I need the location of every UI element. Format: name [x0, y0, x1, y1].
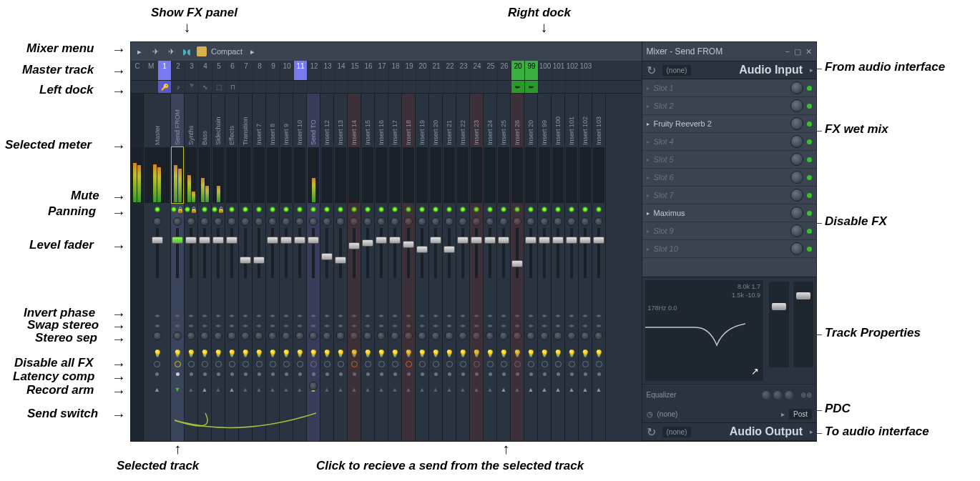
fx-slot[interactable]: ▸Slot 10	[642, 240, 816, 258]
fx-slot-arrow-icon[interactable]: ▸	[647, 192, 650, 199]
invert-phase[interactable]: ◂▸	[283, 312, 289, 319]
latency-comp[interactable]	[270, 361, 276, 367]
latency-comp[interactable]	[392, 361, 398, 367]
fx-disable-icon[interactable]: 💡	[227, 349, 236, 357]
send-switch[interactable]: ▲	[596, 386, 602, 393]
invert-phase[interactable]: ◂▸	[460, 312, 466, 319]
level-fader[interactable]	[375, 228, 388, 278]
mute-led[interactable]	[256, 207, 262, 212]
pan-knob[interactable]	[153, 217, 162, 226]
pan-knob[interactable]	[567, 217, 576, 226]
invert-phase[interactable]: ◂▸	[351, 312, 357, 319]
fx-enable-led[interactable]	[807, 247, 812, 252]
fx-disable-icon[interactable]: 💡	[282, 349, 290, 357]
stereo-sep-knob[interactable]	[554, 332, 562, 340]
stereo-sep-knob[interactable]	[255, 332, 263, 340]
mixer-track[interactable]: Insert 25◂▸◂▸💡▲	[497, 94, 511, 441]
invert-phase[interactable]: ◂▸	[501, 312, 506, 319]
track-type-icon[interactable]	[321, 81, 335, 93]
fx-disable-icon[interactable]: 💡	[295, 349, 304, 357]
latency-comp[interactable]	[569, 361, 575, 367]
level-fader[interactable]	[171, 228, 184, 278]
fx-slot[interactable]: ▸Slot 2	[642, 97, 816, 115]
mute-led[interactable]	[310, 207, 316, 212]
invert-phase[interactable]: ◂▸	[256, 312, 262, 319]
track-number[interactable]: 21	[430, 61, 444, 80]
level-fader[interactable]	[388, 228, 401, 278]
level-fader[interactable]	[443, 228, 456, 278]
pan-knob[interactable]	[309, 217, 318, 226]
stereo-sep-knob[interactable]	[391, 332, 399, 340]
track-number[interactable]: 1	[158, 61, 172, 80]
fx-disable-icon[interactable]: 💡	[567, 349, 576, 357]
level-fader[interactable]	[361, 228, 374, 278]
invert-phase[interactable]: ◂▸	[392, 312, 398, 319]
fx-disable-icon[interactable]: 💡	[187, 349, 195, 357]
level-fader[interactable]	[497, 228, 510, 278]
fx-wet-knob[interactable]	[790, 99, 803, 112]
level-fader[interactable]	[538, 228, 551, 278]
track-type-icon[interactable]	[444, 81, 457, 93]
mute-led[interactable]	[419, 207, 425, 212]
track-number[interactable]: 100	[539, 61, 552, 80]
mute-led[interactable]	[324, 207, 330, 212]
swap-stereo[interactable]: ◂▸	[202, 322, 207, 329]
send-switch[interactable]: ▲	[446, 386, 453, 393]
latency-comp[interactable]	[582, 361, 589, 367]
invert-phase[interactable]: ◂▸	[487, 312, 493, 319]
fx-slot[interactable]: ▸Fruity Reeverb 2	[642, 115, 816, 133]
level-fader[interactable]	[429, 228, 442, 278]
wave-icon[interactable]: ◗◖	[181, 46, 192, 57]
stereo-sep-knob[interactable]	[336, 332, 345, 340]
mute-led[interactable]	[365, 207, 371, 212]
audio-input-row[interactable]: ↻ (none) Audio Input ▸	[642, 61, 816, 79]
send-switch[interactable]: ▲	[501, 386, 507, 393]
latency-comp[interactable]	[542, 361, 548, 367]
pan-knob[interactable]	[472, 217, 481, 226]
stereo-sep-knob[interactable]	[459, 332, 467, 340]
fx-disable-icon[interactable]: 💡	[350, 349, 358, 357]
mixer-track[interactable]: Insert 13◂▸◂▸💡▲	[334, 94, 348, 441]
stereo-sep-knob[interactable]	[486, 332, 494, 340]
record-arm[interactable]	[461, 372, 465, 376]
pan-knob[interactable]	[391, 217, 399, 226]
latency-comp[interactable]	[514, 361, 521, 367]
mute-led[interactable]	[351, 207, 357, 212]
invert-phase[interactable]: ◂▸	[582, 312, 588, 319]
pan-knob[interactable]	[594, 217, 603, 226]
invert-phase[interactable]: ◂▸	[215, 312, 221, 319]
pan-knob[interactable]	[336, 217, 345, 226]
fx-disable-icon[interactable]: 💡	[377, 349, 386, 357]
track-type-icon[interactable]	[471, 81, 484, 93]
track-type-icon[interactable]	[579, 81, 593, 93]
mixer-track[interactable]: Insert 102◂▸◂▸💡▲	[579, 94, 592, 441]
mute-led[interactable]	[297, 207, 303, 212]
track-number[interactable]: 22	[444, 61, 457, 80]
fx-disable-icon[interactable]: 💡	[472, 349, 481, 357]
property-fader-2[interactable]	[793, 282, 813, 367]
mixer-track[interactable]: Send FROM🔒◂▸◂▸💡▼	[171, 94, 185, 441]
stereo-sep-knob[interactable]	[309, 332, 318, 340]
invert-phase[interactable]: ◂▸	[297, 312, 303, 319]
stereo-sep-knob[interactable]	[363, 332, 372, 340]
pan-knob[interactable]	[282, 217, 290, 226]
mixer-track[interactable]: Insert 103◂▸◂▸💡▲	[592, 94, 606, 441]
track-type-icon[interactable]	[362, 81, 376, 93]
track-number[interactable]: 19	[403, 61, 416, 80]
pan-knob[interactable]	[526, 217, 535, 226]
track-type-icon[interactable]	[403, 81, 416, 93]
mute-led[interactable]	[474, 207, 479, 212]
latency-comp[interactable]	[188, 361, 195, 367]
swap-stereo[interactable]: ◂▸	[555, 322, 561, 329]
eq-display[interactable]: 178Hz 0.0 8.0k 1.7 1.5k -10.9 ↗	[645, 280, 763, 381]
track-number[interactable]: 10	[280, 61, 294, 80]
mute-led[interactable]	[582, 207, 588, 212]
fx-slot-arrow-icon[interactable]: ▸	[647, 103, 650, 109]
fx-enable-led[interactable]	[807, 122, 812, 127]
record-arm[interactable]	[258, 372, 261, 376]
mute-led[interactable]	[569, 207, 574, 212]
record-arm[interactable]	[489, 372, 492, 376]
fx-slot[interactable]: ▸Maximus	[642, 204, 816, 222]
latency-comp[interactable]	[310, 361, 317, 367]
fx-slot-arrow-icon[interactable]: ▸	[647, 174, 650, 181]
